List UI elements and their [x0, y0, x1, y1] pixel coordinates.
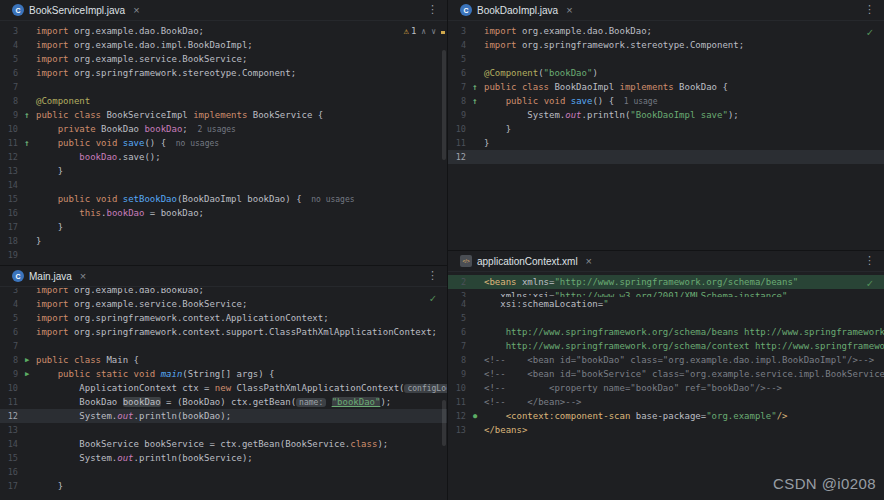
code-line: 9↑public class BookServiceImpl implement… [0, 108, 447, 122]
run-button-icon[interactable]: ▶ [18, 367, 36, 381]
gutter [18, 339, 36, 353]
code-text: } [36, 164, 63, 178]
split-divider-horizontal-left[interactable] [0, 265, 447, 266]
tab-bar: </> applicationContext.xml × ⋮ [448, 251, 884, 272]
code-line: 11<!-- </bean>--> [448, 395, 884, 409]
implements-icon[interactable]: ↑ [18, 136, 36, 150]
editor-pane-main: C Main.java × ⋮ 3import org.example.dao.… [0, 266, 447, 500]
code-line: 5 [448, 52, 884, 66]
code-line: 15 System.out.println(bookService); [0, 451, 447, 465]
code-line: 4import org.example.service.BookService; [0, 297, 447, 311]
implements-icon[interactable]: ↑ [18, 108, 36, 122]
line-number: 17 [0, 220, 18, 234]
tab-application-context-xml[interactable]: </> applicationContext.xml × [452, 251, 600, 272]
line-number: 19 [0, 248, 18, 262]
error-stripe-warning-mark[interactable] [441, 31, 445, 34]
kebab-menu-icon[interactable]: ⋮ [427, 269, 438, 282]
previous-problem-icon[interactable]: ∧ [421, 27, 426, 36]
scrollbar-thumb[interactable] [442, 400, 446, 446]
line-number: 6 [448, 66, 466, 80]
code-line: 10 private BookDao bookDao; 2 usages [0, 122, 447, 136]
code-text: BookService bookService = ctx.getBean(Bo… [36, 437, 388, 451]
code-text: import org.example.service.BookService; [36, 52, 247, 66]
line-number: 7 [0, 339, 18, 353]
next-problem-icon[interactable]: ∨ [431, 27, 436, 36]
gutter [466, 311, 484, 325]
run-button-icon[interactable]: ▶ [18, 353, 36, 367]
inspections-ok-icon[interactable]: ✓ [866, 277, 873, 290]
code-line: 17 } [0, 479, 447, 493]
gutter [18, 409, 36, 423]
code-line: 10<!-- <property name="bookDao" ref="boo… [448, 381, 884, 395]
close-icon[interactable]: × [586, 256, 592, 266]
tab-bar: C Main.java × ⋮ [0, 266, 447, 287]
code-line: 13 } [0, 164, 447, 178]
kebab-menu-icon[interactable]: ⋮ [427, 3, 438, 16]
split-divider-horizontal-right[interactable] [448, 250, 884, 251]
line-number: 4 [0, 297, 18, 311]
tab-book-dao-impl-java[interactable]: C BookDaoImpl.java × [452, 0, 581, 21]
code-text: <!-- </bean>--> [484, 395, 582, 409]
kebab-menu-icon[interactable]: ⋮ [864, 254, 875, 267]
code-text: @Component("bookDao") [484, 66, 598, 80]
tab-label: applicationContext.xml [477, 256, 578, 267]
inspections-ok-icon[interactable]: ✓ [866, 26, 873, 39]
close-icon[interactable]: × [80, 271, 86, 281]
inspections-ok-icon[interactable]: ✓ [429, 292, 436, 305]
implements-icon[interactable]: ↑ [466, 94, 484, 108]
implements-icon[interactable]: ↑ [466, 80, 484, 94]
tab-label: Main.java [29, 271, 72, 282]
tab-label: BookServiceImpl.java [29, 5, 125, 16]
code-text: } [36, 479, 63, 493]
code-text: xmlns:xsi="http://www.w3.org/2001/XMLSch… [484, 289, 787, 297]
code-line: 7↑public class BookDaoImpl implements Bo… [448, 80, 884, 94]
close-icon[interactable]: × [566, 5, 572, 15]
code-text: @Component [36, 94, 90, 108]
gutter [466, 423, 484, 437]
line-number: 3 [0, 288, 18, 297]
gutter [18, 192, 36, 206]
code-editor[interactable]: 3import org.example.dao.BookDao;4import … [0, 22, 447, 265]
tab-book-service-impl-java[interactable]: C BookServiceImpl.java × [4, 0, 148, 21]
code-line: 6@Component("bookDao") [448, 66, 884, 80]
warning-count: 1 [411, 26, 416, 36]
line-number: 9 [448, 108, 466, 122]
code-editor[interactable]: 3import org.example.dao.BookDao;4import … [448, 22, 884, 250]
code-editor[interactable]: 3import org.example.dao.BookDao;4import … [0, 288, 447, 500]
warning-icon: ⚠ [404, 26, 409, 36]
gutter [466, 52, 484, 66]
gutter [18, 325, 36, 339]
gutter [18, 234, 36, 248]
spring-bean-icon[interactable]: ● [466, 409, 484, 423]
code-line: 14 [0, 178, 447, 192]
gutter [466, 66, 484, 80]
line-number: 10 [0, 122, 18, 136]
code-lines: 2<beans xmlns="http://www.springframewor… [448, 273, 884, 437]
line-number: 4 [448, 297, 466, 311]
line-number: 11 [0, 395, 18, 409]
kebab-menu-icon[interactable]: ⋮ [864, 3, 875, 16]
close-icon[interactable]: × [133, 5, 139, 15]
code-text: } [484, 136, 489, 150]
gutter [18, 288, 36, 297]
gutter [18, 423, 36, 437]
usages-hint: no usages [302, 195, 355, 204]
code-line: 12● <context:component-scan base-package… [448, 409, 884, 423]
code-line: 9<!-- <bean id="bookService" class="org.… [448, 367, 884, 381]
code-text: public void save() { no usages [36, 136, 219, 150]
gutter [18, 52, 36, 66]
scrollbar-thumb[interactable] [442, 50, 446, 160]
code-line: 6 http://www.springframework.org/schema/… [448, 325, 884, 339]
code-text: } [36, 220, 63, 234]
line-number: 5 [0, 311, 18, 325]
gutter [18, 206, 36, 220]
code-editor[interactable]: 2<beans xmlns="http://www.springframewor… [448, 273, 884, 500]
code-text: import org.example.dao.BookDao; [484, 24, 652, 38]
code-line: 10 } [448, 122, 884, 136]
line-number: 14 [0, 437, 18, 451]
inspections-warning-widget[interactable]: ⚠1∧∨ [404, 26, 437, 36]
gutter [466, 150, 484, 164]
code-text: System.out.println("BookDaoImpl save"); [484, 108, 739, 122]
code-line: 3import org.example.dao.BookDao; [0, 288, 447, 297]
tab-main-java[interactable]: C Main.java × [4, 266, 94, 287]
